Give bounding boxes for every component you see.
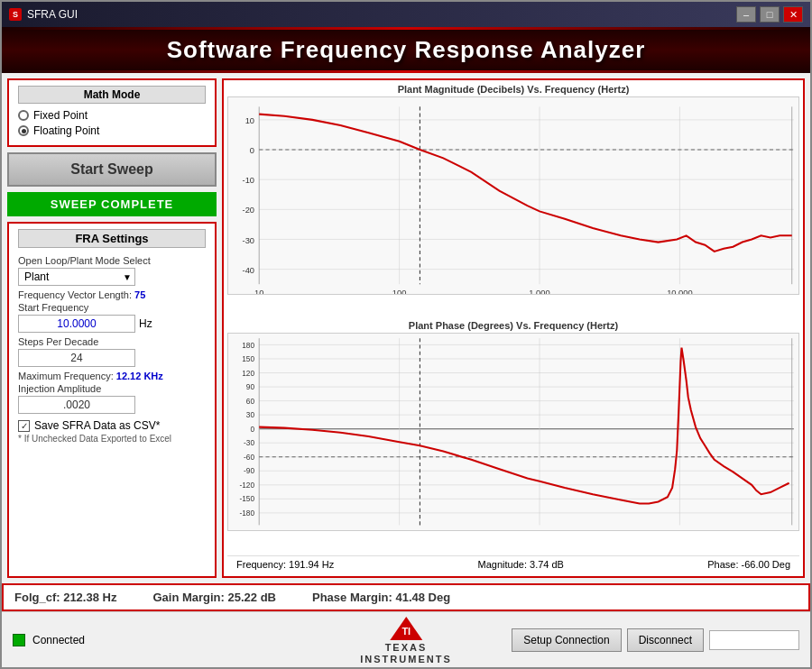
- left-panel: Math Mode Fixed Point Floating Point Sta…: [7, 78, 217, 578]
- svg-text:-180: -180: [239, 509, 254, 518]
- svg-text:10,000: 10,000: [667, 529, 692, 530]
- math-mode-box: Math Mode Fixed Point Floating Point: [7, 78, 217, 147]
- title-bar: S SFRA GUI – □ ✕: [2, 2, 810, 27]
- svg-text:-120: -120: [239, 481, 254, 489]
- start-freq-unit: Hz: [139, 317, 152, 330]
- magnitude-display: Magnitude: 3.74 dB: [478, 559, 564, 570]
- svg-text:10: 10: [245, 116, 254, 125]
- disconnect-button[interactable]: Disconnect: [627, 628, 704, 652]
- save-csv-row: Save SFRA Data as CSV*: [18, 419, 206, 432]
- gain-margin: Gain Margin: 25.22 dB: [152, 591, 276, 604]
- window-controls: – □ ✕: [736, 6, 803, 23]
- frequency-display: Frequency: 191.94 Hz: [236, 559, 334, 570]
- floating-point-label: Floating Point: [33, 124, 99, 137]
- phase-chart-area: 180 150 120 90 60 30 0 -30 -60 -90 -120 …: [227, 333, 799, 531]
- magnitude-chart-container: Plant Magnitude (Decibels) Vs. Frequency…: [227, 84, 799, 316]
- app-icon: S: [9, 8, 22, 21]
- csv-note: * If Unchecked Data Exported to Excel: [18, 434, 206, 444]
- fra-settings-title: FRA Settings: [18, 229, 206, 248]
- svg-rect-24: [228, 334, 798, 531]
- svg-text:100: 100: [392, 529, 407, 530]
- svg-text:1,000: 1,000: [529, 289, 549, 295]
- save-csv-label: Save SFRA Data as CSV*: [34, 419, 160, 432]
- injection-row: [18, 396, 206, 414]
- ti-brand-line2: INSTRUMENTS: [360, 654, 451, 664]
- magnitude-chart-area: 10 0 -10 -20 -30 -40: [227, 96, 799, 295]
- mode-select-label: Open Loop/Plant Mode Select: [18, 255, 206, 266]
- svg-text:120: 120: [242, 369, 254, 377]
- app-title: Software Frequency Response Analyzer: [20, 36, 792, 64]
- fixed-point-radio[interactable]: [18, 110, 29, 121]
- svg-text:0: 0: [250, 425, 254, 433]
- minimize-button[interactable]: –: [736, 6, 756, 23]
- start-freq-row: Hz: [18, 315, 206, 333]
- phase-margin: Phase Margin: 41.48 Deg: [312, 591, 450, 604]
- window-title: SFRA GUI: [27, 8, 736, 21]
- fra-settings-box: FRA Settings Open Loop/Plant Mode Select…: [7, 222, 217, 578]
- svg-text:0: 0: [250, 146, 254, 155]
- connected-label: Connected: [32, 634, 85, 646]
- svg-text:1,000: 1,000: [529, 529, 549, 530]
- bottom-summary: Folg_cf: 212.38 Hz Gain Margin: 25.22 dB…: [2, 583, 810, 611]
- injection-label: Injection Amplitude: [18, 383, 206, 394]
- magnitude-chart-title: Plant Magnitude (Decibels) Vs. Frequency…: [227, 84, 799, 95]
- app-header: Software Frequency Response Analyzer: [2, 27, 810, 73]
- svg-text:10: 10: [254, 529, 263, 530]
- phase-display: Phase: -66.00 Deg: [707, 559, 790, 570]
- svg-text:100: 100: [392, 289, 407, 295]
- freq-vector-value: 75: [134, 289, 145, 300]
- setup-connection-button[interactable]: Setup Connection: [512, 628, 621, 652]
- svg-text:10,000: 10,000: [667, 289, 692, 295]
- svg-text:-40: -40: [243, 266, 254, 275]
- footer: Connected TI TEXAS INSTRUMENTS Setup Con…: [2, 611, 810, 667]
- mode-select-wrapper: Plant Open Loop ▼: [18, 268, 135, 286]
- mode-select-row: Plant Open Loop ▼: [18, 268, 206, 286]
- start-sweep-button[interactable]: Start Sweep: [7, 152, 217, 187]
- ti-logo-area: TI TEXAS INSTRUMENTS: [360, 615, 451, 664]
- floating-point-radio[interactable]: [18, 125, 29, 136]
- ti-brand-line1: TEXAS: [385, 642, 428, 653]
- phase-chart-svg: 180 150 120 90 60 30 0 -30 -60 -90 -120 …: [228, 334, 798, 531]
- frequency-info-row: Frequency: 191.94 Hz Magnitude: 3.74 dB …: [227, 555, 799, 573]
- svg-text:10: 10: [254, 289, 263, 295]
- fixed-point-option[interactable]: Fixed Point: [18, 109, 206, 122]
- injection-input[interactable]: [18, 396, 135, 414]
- svg-text:-30: -30: [244, 439, 254, 447]
- maximize-button[interactable]: □: [760, 6, 780, 23]
- svg-rect-0: [228, 97, 798, 295]
- steps-row: [18, 349, 206, 367]
- footer-buttons: Setup Connection Disconnect: [512, 628, 799, 652]
- mode-select[interactable]: Plant Open Loop: [18, 268, 135, 286]
- svg-text:-20: -20: [243, 206, 254, 215]
- svg-text:60: 60: [246, 397, 255, 405]
- svg-text:-30: -30: [243, 236, 254, 245]
- svg-text:90: 90: [246, 383, 255, 391]
- save-csv-checkbox[interactable]: [18, 420, 30, 432]
- main-content: Math Mode Fixed Point Floating Point Sta…: [2, 73, 810, 583]
- svg-text:-150: -150: [239, 495, 254, 503]
- right-panel: Plant Magnitude (Decibels) Vs. Frequency…: [222, 78, 805, 578]
- svg-text:-10: -10: [243, 176, 254, 185]
- svg-text:-90: -90: [244, 467, 254, 475]
- svg-text:150: 150: [242, 355, 254, 363]
- steps-label: Steps Per Decade: [18, 336, 206, 347]
- phase-chart-title: Plant Phase (Degrees) Vs. Frequency (Her…: [227, 320, 799, 331]
- max-freq-value: 12.12 KHz: [116, 371, 163, 381]
- folg-cf: Folg_cf: 212.38 Hz: [14, 591, 116, 604]
- ti-logo-icon: TI: [388, 615, 424, 642]
- start-freq-input[interactable]: [18, 315, 135, 333]
- math-mode-title: Math Mode: [18, 86, 206, 104]
- max-freq-label: Maximum Frequency: 12.12 KHz: [18, 371, 206, 381]
- svg-text:180: 180: [242, 341, 254, 349]
- phase-chart-container: Plant Phase (Degrees) Vs. Frequency (Her…: [227, 320, 799, 553]
- floating-point-option[interactable]: Floating Point: [18, 124, 206, 137]
- fixed-point-label: Fixed Point: [33, 109, 88, 122]
- sweep-complete-status: SWEEP COMPLETE: [7, 192, 217, 216]
- freq-vector-label: Frequency Vector Length: 75: [18, 289, 206, 300]
- connection-input[interactable]: [709, 630, 799, 650]
- magnitude-chart-svg: 10 0 -10 -20 -30 -40: [228, 97, 798, 295]
- close-button[interactable]: ✕: [783, 6, 803, 23]
- steps-input[interactable]: [18, 349, 135, 367]
- main-window: S SFRA GUI – □ ✕ Software Frequency Resp…: [0, 0, 812, 669]
- svg-text:30: 30: [246, 411, 255, 419]
